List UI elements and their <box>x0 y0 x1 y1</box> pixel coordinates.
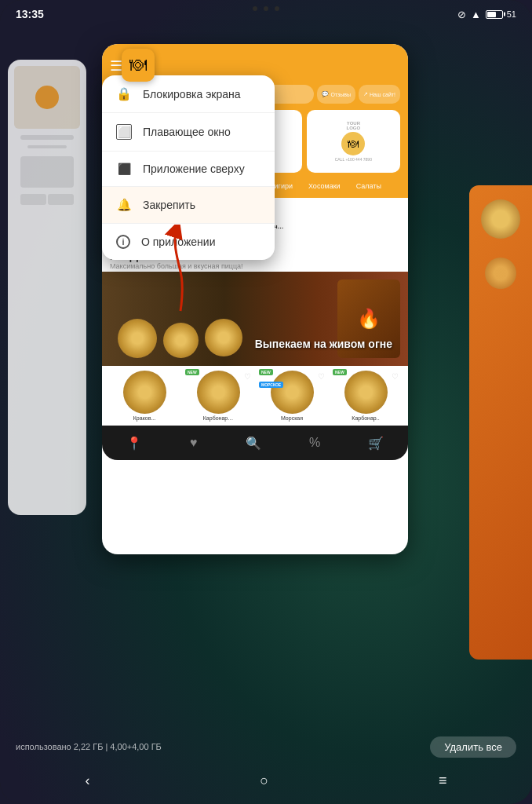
left-card-sketch <box>8 60 86 515</box>
pizza-item-1[interactable]: Краков... <box>110 371 179 421</box>
pizza-item-3[interactable]: NEW МОРСКОЕ ♡ Морская <box>257 371 326 421</box>
sketch-block <box>20 156 73 188</box>
banner-card-3[interactable]: YOURLOGO 🍽 CALL +100 444 7890 <box>307 110 400 173</box>
tablet-frame: 13:35 ⊘ ▲ 51 <box>0 0 532 804</box>
battery-box <box>486 10 503 19</box>
category-salads[interactable]: Салаты <box>350 179 388 193</box>
nav-bar: ‹ ○ ≡ <box>0 763 532 804</box>
floating-window-label: Плавающее окно <box>143 126 231 138</box>
camera-dot-3 <box>275 6 279 11</box>
camera-dot-2 <box>264 6 268 11</box>
arrow-indicator <box>157 225 196 322</box>
pizza-items-row: Краков... NEW ♡ Карбонар… NEW МОРСКОЕ <box>102 366 408 426</box>
app-bottom-nav: 📍 ♥ 🔍 % 🛒 <box>102 426 408 460</box>
heart-icon-3[interactable]: ♡ <box>318 372 325 381</box>
left-app-card[interactable] <box>8 60 86 515</box>
camera-area <box>253 6 279 11</box>
right-side-decor <box>469 185 532 660</box>
context-menu-app-on-top[interactable]: ⬛ Приложение сверху <box>102 152 275 187</box>
sketch-line-2 <box>27 145 67 148</box>
wifi-off-icon: ⊘ <box>457 9 466 20</box>
sketch-line-1 <box>20 135 73 140</box>
pizza-item-2[interactable]: NEW ♡ Карбонар… <box>184 371 253 421</box>
status-icons: ⊘ ▲ 51 <box>457 9 516 20</box>
pin-icon: 🔔 <box>116 198 132 212</box>
recents-button[interactable]: ≡ <box>420 766 466 795</box>
app-on-top-icon: ⬛ <box>116 163 132 175</box>
system-info-text: использовано 2,22 ГБ | 4,00+4,00 ГБ <box>16 742 162 751</box>
bottom-nav-location[interactable]: 📍 <box>126 436 142 451</box>
wifi-icon: ▲ <box>471 9 481 20</box>
hamburger-icon[interactable]: ☰ <box>110 57 122 75</box>
pizza-item-4[interactable]: NEW ♡ Карбонар.. <box>331 371 400 421</box>
bottom-nav-search[interactable]: 🔍 <box>246 436 261 451</box>
food-shape-1 <box>481 199 520 239</box>
pizza-subtitle: Максимально большая и вкусная пицца! <box>110 262 400 270</box>
info-icon: i <box>116 235 130 249</box>
food-shape-2 <box>485 258 516 289</box>
bottom-nav-percent[interactable]: % <box>309 436 320 450</box>
battery-indicator: 51 <box>486 9 516 19</box>
bottom-nav-favorites[interactable]: ♥ <box>190 436 198 450</box>
app-on-top-label: Приложение сверху <box>143 163 245 175</box>
pizza-image-area: 🔥 Выпекаем на живом огне <box>102 272 408 366</box>
new-badge-1: NEW <box>185 369 199 375</box>
battery-percent: 51 <box>507 9 516 19</box>
new-badge-2: NEW <box>259 369 273 375</box>
category-hosomaki[interactable]: Хосомаки <box>302 179 347 193</box>
camera-dot <box>253 6 257 11</box>
floating-window-icon: ⬜ <box>116 124 132 140</box>
delete-all-button[interactable]: Удалить все <box>430 736 516 758</box>
pizza-banner-text: Выпекаем на живом огне <box>255 338 392 350</box>
battery-fill <box>487 12 497 17</box>
heart-icon-4[interactable]: ♡ <box>392 372 399 381</box>
recent-apps-container: ☰ ⬛QR Поиск... 💬Отзывы <box>0 28 532 732</box>
sea-badge: МОРСКОЕ <box>259 382 283 388</box>
back-button[interactable]: ‹ <box>66 766 108 795</box>
pizza-image-bg: 🔥 <box>102 272 408 366</box>
status-time: 13:35 <box>16 8 44 20</box>
system-info-bar: использовано 2,22 ГБ | 4,00+4,00 ГБ Удал… <box>0 732 532 762</box>
context-menu-floating-window[interactable]: ⬜ Плавающее окно <box>102 113 275 152</box>
heart-icon-2[interactable]: ♡ <box>244 372 251 381</box>
pin-label: Закрепить <box>143 199 195 211</box>
otzyvy-chip[interactable]: 💬Отзывы <box>317 85 355 104</box>
status-bar: 13:35 ⊘ ▲ 51 <box>0 0 532 28</box>
lock-screen-label: Блокировка экрана <box>143 88 241 100</box>
context-menu-pin[interactable]: 🔔 Закрепить <box>102 187 275 224</box>
new-badge-3: NEW <box>333 369 347 375</box>
bottom-nav-cart[interactable]: 🛒 <box>368 436 384 451</box>
app-icon-glyph: 🍽 <box>129 55 147 75</box>
home-button[interactable]: ○ <box>241 766 287 795</box>
lock-icon: 🔒 <box>116 86 132 101</box>
site-chip[interactable]: ↗Наш сайт! <box>359 85 400 104</box>
floating-app-icon[interactable]: 🍽 <box>122 49 155 82</box>
